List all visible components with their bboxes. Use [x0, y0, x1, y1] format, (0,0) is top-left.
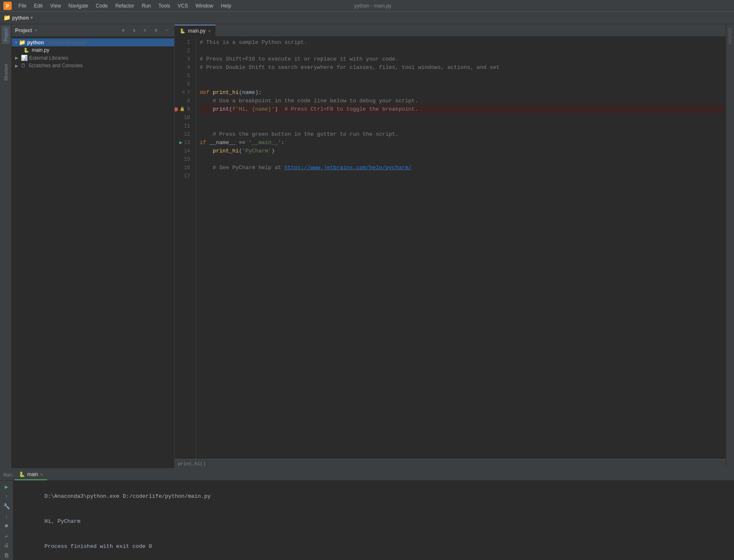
menu-refactor[interactable]: Refactor [112, 2, 137, 10]
project-title[interactable]: python ▾ [12, 15, 33, 21]
menu-code[interactable]: Code [92, 2, 111, 10]
bottom-panel-sidebar: ▶ ↑ 🔧 ↓ ■ ↵ 🖨 🗑 [0, 481, 13, 560]
expand-icon: ▾ [15, 40, 17, 45]
code-line-1: # This is a sample Python script. [200, 38, 726, 47]
code-line-2 [200, 47, 726, 55]
run-tab-icon: 🐍 [19, 471, 25, 477]
tree-item-python-root[interactable]: ▾ 📁 python D:\coderlife\python [12, 38, 174, 46]
line-12: 12 [175, 130, 193, 139]
code-line-8: # Use a breakpoint in the code line belo… [200, 97, 726, 105]
menu-vcs[interactable]: VCS [174, 2, 191, 10]
stop-button[interactable]: ■ [2, 522, 12, 531]
bottom-panel-tabs: Run: 🐍 main × [0, 469, 734, 481]
bottom-tab-main[interactable]: 🐍 main × [15, 469, 47, 480]
project-panel-toggle[interactable]: Project [2, 26, 10, 44]
menu-file[interactable]: File [15, 2, 30, 10]
console-output[interactable]: D:\Anaconda3\python.exe D:/coderlife/pyt… [13, 481, 734, 560]
console-path-text: D:\Anaconda3\python.exe D:/coderlife/pyt… [44, 493, 211, 499]
svg-text:P: P [6, 3, 9, 10]
libraries-icon: 📊 [21, 55, 28, 61]
tab-python-icon: 🐍 [180, 28, 185, 34]
run-label: Run: [3, 472, 13, 477]
root-folder-name: python [27, 40, 44, 46]
code-line-15 [200, 155, 726, 164]
minimize-icon[interactable]: − [163, 26, 171, 35]
editor-breadcrumb: print_hi() [175, 459, 726, 468]
code-line-7: def print_hi(name): [200, 89, 726, 97]
project-panel-title: Project [15, 28, 32, 33]
project-panel-header: Project ▾ ⊕ ⇅ ≡ ⚙ − [12, 24, 174, 37]
python-file-icon: 🐍 [23, 48, 29, 53]
code-line-14: print_hi('PyCharm') [200, 147, 726, 155]
scratches-label: Scratches and Consoles [28, 63, 83, 68]
menu-help[interactable]: Help [218, 2, 235, 10]
line-16: 16 [175, 164, 193, 172]
tree-item-scratches[interactable]: ▶ 🗒 Scratches and Consoles [12, 62, 174, 69]
line-11: 11 [175, 122, 193, 130]
line-13: ▶ 13 [175, 139, 193, 147]
sidebar-icons: Project Structure [0, 24, 12, 468]
menu-navigate[interactable]: Navigate [65, 2, 91, 10]
code-line-6 [200, 80, 726, 89]
main-layout: Project Structure Project ▾ ⊕ ⇅ ≡ ⚙ − ▾ … [0, 24, 734, 468]
run-button[interactable]: ▶ [2, 482, 12, 492]
bottom-panel: Run: 🐍 main × ▶ ↑ 🔧 ↓ ■ ↵ 🖨 🗑 D:\Anacond… [0, 468, 734, 560]
run-tab-label: main [27, 471, 38, 477]
right-edge-panel: Structure [726, 24, 734, 468]
scroll-down-button[interactable]: ↓ [2, 512, 12, 521]
breadcrumb-text: print_hi() [178, 461, 206, 466]
globe-icon[interactable]: ⊕ [119, 26, 127, 35]
wrench-button[interactable]: 🔧 [2, 502, 12, 511]
tree-item-external-libraries[interactable]: ▶ 📊 External Libraries [12, 54, 174, 62]
run-tab-close[interactable]: × [40, 472, 43, 477]
line-6: 6 [175, 80, 193, 89]
code-content[interactable]: # This is a sample Python script. # Pres… [196, 37, 726, 459]
menu-bar: File Edit View Navigate Code Refactor Ru… [15, 2, 354, 10]
line-2: 2 [175, 47, 193, 55]
tab-label: main.py [188, 28, 206, 34]
line-3: 3 [175, 55, 193, 63]
menu-run[interactable]: Run [138, 2, 154, 10]
menu-edit[interactable]: Edit [30, 2, 46, 10]
bottom-panel-content: ▶ ↑ 🔧 ↓ ■ ↵ 🖨 🗑 D:\Anaconda3\python.exe … [0, 481, 734, 560]
line-4: 4 [175, 63, 193, 72]
code-editor[interactable]: 1 2 3 4 5 6 ⊟ 7 8 🔒 9 10 11 12 [175, 37, 726, 459]
code-line-3: # Press Shift+F10 to execute it or repla… [200, 55, 726, 63]
editor-area: 🐍 main.py × 1 2 3 4 5 6 ⊟ 7 8 [175, 24, 726, 468]
menu-tools[interactable]: Tools [155, 2, 173, 10]
structure-label: Structure [728, 28, 732, 45]
folder-icon: 📁 [19, 39, 25, 46]
line-9: 🔒 9 [175, 105, 193, 114]
tree-item-main-py[interactable]: 🐍 main.py [12, 46, 174, 54]
panel-dropdown-icon: ▾ [35, 28, 37, 33]
structure-panel-toggle[interactable]: Structure [2, 61, 10, 84]
code-line-13: if __name__ == '__main__': [200, 139, 726, 147]
menu-view[interactable]: View [47, 2, 64, 10]
project-panel: Project ▾ ⊕ ⇅ ≡ ⚙ − ▾ 📁 python D:\coderl… [12, 24, 175, 468]
line-5: 5 [175, 72, 193, 80]
project-toolbar: 📁 python ▾ [0, 12, 734, 24]
line-numbers-gutter: 1 2 3 4 5 6 ⊟ 7 8 🔒 9 10 11 12 [175, 37, 196, 459]
trash-button[interactable]: 🗑 [2, 551, 12, 560]
window-title: python - main.py [354, 3, 391, 9]
menu-window[interactable]: Window [192, 2, 217, 10]
tab-bar: 🐍 main.py × [175, 24, 726, 37]
code-line-16: # See PyCharm help at https://www.jetbra… [200, 164, 726, 172]
line-14: 14 [175, 147, 193, 155]
sort-icon[interactable]: ⇅ [130, 26, 138, 35]
console-line-0: D:\Anaconda3\python.exe D:/coderlife/pyt… [18, 484, 729, 509]
soft-wrap-button[interactable]: ↵ [2, 532, 12, 541]
breakpoint-indicator[interactable] [175, 107, 178, 111]
print-button[interactable]: 🖨 [2, 541, 12, 550]
external-libraries-label: External Libraries [29, 55, 68, 61]
tab-main-py[interactable]: 🐍 main.py × [175, 25, 216, 36]
title-bar: P File Edit View Navigate Code Refactor … [0, 0, 734, 12]
line-7: ⊟ 7 [175, 89, 193, 97]
line-8: 8 [175, 97, 193, 105]
settings-icon[interactable]: ⚙ [152, 26, 160, 35]
tab-close-button[interactable]: × [208, 28, 211, 33]
line-15: 15 [175, 155, 193, 164]
filter-icon[interactable]: ≡ [141, 26, 149, 35]
scroll-up-button[interactable]: ↑ [2, 492, 12, 502]
run-gutter-icon-13[interactable]: ▶ [179, 139, 182, 147]
